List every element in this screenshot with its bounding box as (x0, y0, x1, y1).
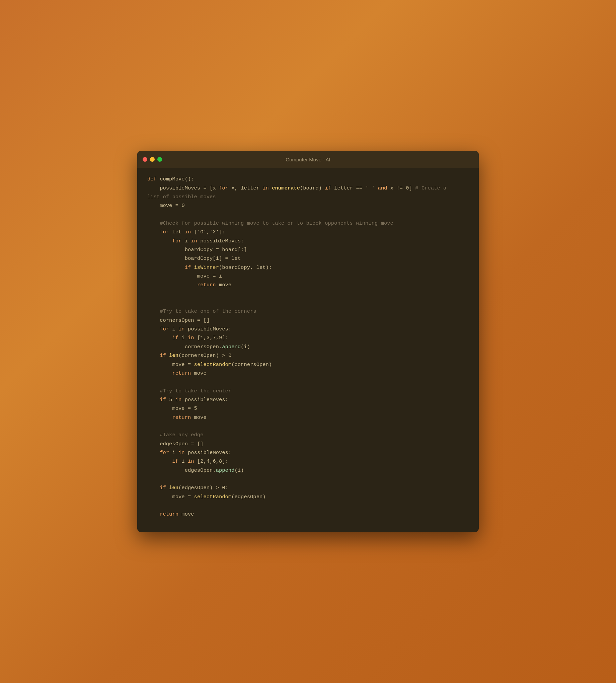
code-line: #Take any edge (147, 431, 469, 439)
code-line: #Try to take the center (147, 387, 469, 395)
code-line: for i in possibleMoves: (147, 325, 469, 333)
code-line: return move (147, 281, 469, 289)
code-line: #Check for possible winning move to take… (147, 219, 469, 228)
code-line: move = selectRandom(cornersOpen) (147, 360, 469, 369)
code-line: list of possible moves (147, 193, 469, 201)
titlebar: Computer Move - AI (137, 151, 479, 168)
code-editor: def compMove(): possibleMoves = [x for x… (137, 168, 479, 532)
code-line: possibleMoves = [x for x, letter in enum… (147, 184, 469, 193)
code-line: move = i (147, 272, 469, 281)
code-line: cornersOpen.append(i) (147, 343, 469, 351)
code-line: for i in possibleMoves: (147, 448, 469, 457)
code-line: return move (147, 510, 469, 519)
empty-line (147, 501, 469, 510)
empty-line (147, 422, 469, 431)
code-line: if len(edgesOpen) > 0: (147, 483, 469, 492)
close-button[interactable] (142, 157, 147, 162)
code-line: if i in [1,3,7,9]: (147, 333, 469, 342)
empty-line (147, 210, 469, 219)
code-line: move = 0 (147, 201, 469, 210)
code-line: if isWinner(boardCopy, let): (147, 263, 469, 272)
code-line: for let in ['O','X']: (147, 228, 469, 236)
code-line: #Try to take one of the corners (147, 307, 469, 316)
code-line: edgesOpen = [] (147, 440, 469, 448)
traffic-lights (142, 157, 162, 162)
maximize-button[interactable] (157, 157, 162, 162)
empty-line (147, 298, 469, 307)
empty-line (147, 290, 469, 298)
code-line: return move (147, 369, 469, 378)
code-line: for i in possibleMoves: (147, 237, 469, 245)
code-line: boardCopy = board[:] (147, 245, 469, 254)
window-title: Computer Move - AI (286, 157, 330, 162)
code-line: edgesOpen.append(i) (147, 466, 469, 475)
code-line: if 5 in possibleMoves: (147, 395, 469, 404)
code-line: def compMove(): (147, 175, 469, 183)
code-line: move = selectRandom(edgesOpen) (147, 492, 469, 501)
code-line: cornersOpen = [] (147, 316, 469, 325)
code-line: return move (147, 413, 469, 422)
code-line: boardCopy[i] = let (147, 254, 469, 263)
empty-line (147, 475, 469, 483)
code-window: Computer Move - AI def compMove(): possi… (137, 151, 479, 532)
empty-line (147, 378, 469, 387)
minimize-button[interactable] (150, 157, 155, 162)
code-line: if i in [2,4,6,8]: (147, 457, 469, 466)
code-line: if len(cornersOpen) > 0: (147, 351, 469, 360)
code-line: move = 5 (147, 404, 469, 413)
